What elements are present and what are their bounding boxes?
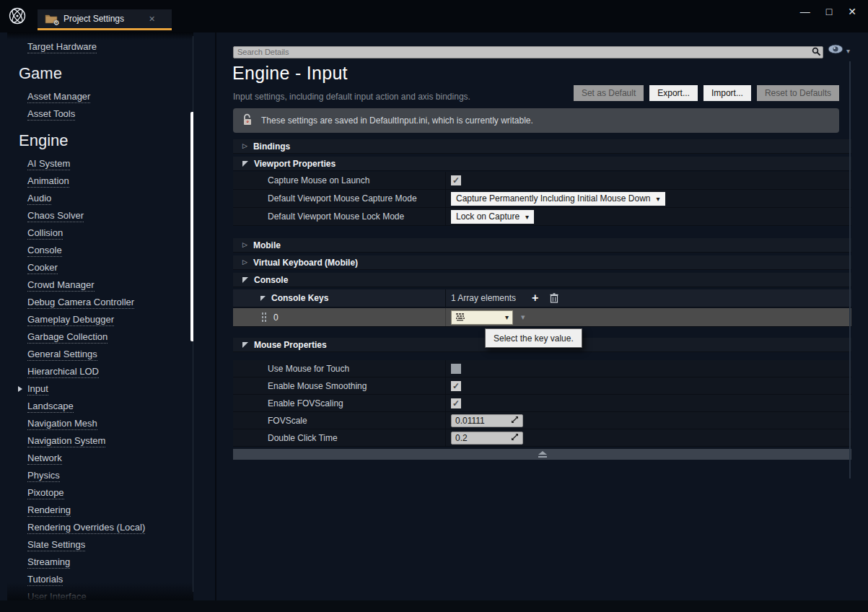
sidebar-item[interactable]: Rendering Overrides (Local) — [7, 519, 193, 536]
section-virtual-keyboard[interactable]: ▷ Virtual Keyboard (Mobile) — [233, 255, 851, 270]
sidebar-item-label: Cooker — [27, 262, 58, 274]
title-bar: ⚙ Project Settings ✕ — □ ✕ — [0, 0, 868, 32]
sidebar-item[interactable]: Debug Camera Controller — [7, 294, 193, 311]
search-input[interactable] — [233, 46, 823, 58]
tab-project-settings[interactable]: ⚙ Project Settings ✕ — [38, 9, 172, 30]
minimize-button[interactable]: — — [800, 4, 810, 19]
mouse-capture-mode-dropdown[interactable]: Capture Permanently Including Initial Mo… — [451, 192, 665, 206]
unlock-icon — [242, 113, 253, 128]
sidebar-item-label: Console — [27, 245, 62, 257]
sidebar-item[interactable]: Slate Settings — [7, 536, 193, 554]
property-label: Default Viewport Mouse Capture Mode — [268, 193, 417, 204]
sidebar-item[interactable]: Animation — [7, 172, 193, 190]
sidebar-item-label: Network — [27, 453, 62, 465]
chevron-down-icon: ▾ — [656, 195, 659, 203]
sidebar-section-engine: Engine — [7, 131, 193, 150]
sidebar-scrollbar-thumb[interactable] — [190, 112, 193, 341]
key-select-combobox[interactable]: ▾ — [451, 310, 513, 325]
sidebar-item[interactable]: Gameplay Debugger — [7, 311, 193, 328]
sidebar-item[interactable]: Asset Manager — [7, 88, 193, 105]
enable-mouse-smoothing-checkbox[interactable] — [451, 381, 461, 391]
close-button[interactable]: ✕ — [848, 4, 856, 19]
maximize-button[interactable]: □ — [826, 4, 832, 19]
drag-handle[interactable] — [261, 312, 267, 323]
number-value: 0.01111 — [455, 416, 485, 426]
sidebar-item-label: Gameplay Debugger — [27, 314, 114, 326]
chevron-down-icon: ▾ — [846, 47, 850, 55]
sidebar-item[interactable]: Rendering — [7, 502, 193, 519]
property-label: Double Click Time — [268, 433, 338, 443]
sidebar-item[interactable]: Streaming — [7, 554, 193, 571]
chevron-down-icon: ▾ — [525, 213, 529, 221]
sidebar-item[interactable]: Hierarchical LOD — [7, 363, 193, 380]
sidebar-item[interactable]: Audio — [7, 190, 193, 207]
sidebar-item-label: AI System — [27, 158, 70, 170]
import-button[interactable]: Import... — [703, 85, 751, 101]
eject-icon — [538, 451, 547, 458]
project-settings-window: ⚙ Project Settings ✕ — □ ✕ Target Hardwa… — [0, 0, 868, 612]
use-mouse-for-touch-checkbox[interactable] — [451, 364, 461, 374]
sidebar-item[interactable]: Garbage Collection — [7, 328, 193, 346]
tab-label: Project Settings — [63, 14, 124, 24]
sidebar-item[interactable]: Console — [7, 242, 193, 259]
set-as-default-button[interactable]: Set as Default — [574, 85, 644, 101]
sidebar-item[interactable]: Pixotope — [7, 484, 193, 502]
section-viewport-properties[interactable]: Viewport Properties — [233, 157, 851, 171]
delete-elements-button[interactable] — [550, 293, 558, 303]
console-keys-row[interactable]: Console Keys 1 Array elements + — [233, 289, 851, 307]
sidebar-item[interactable]: AI System — [7, 155, 193, 172]
sidebar-item-label: Garbage Collection — [27, 331, 108, 344]
sidebar-item-label: Debug Camera Controller — [27, 297, 134, 309]
sidebar-item-label: Navigation System — [27, 435, 105, 447]
sidebar-item[interactable]: Chaos Solver — [7, 207, 193, 224]
key-options-dropdown[interactable]: ▾ — [521, 312, 525, 322]
fovscale-input[interactable]: 0.01111 — [451, 414, 523, 427]
sidebar-item[interactable]: Target Hardware — [7, 38, 193, 56]
reset-to-defaults-button[interactable]: Reset to Defaults — [757, 85, 839, 101]
collapse-details-strip[interactable] — [233, 449, 851, 460]
capture-mouse-on-launch-checkbox[interactable] — [451, 175, 461, 185]
notice-text: These settings are saved in DefaultInput… — [261, 115, 533, 126]
triangle-collapsed-icon: ▷ — [242, 242, 247, 248]
section-bindings[interactable]: ▷ Bindings — [233, 139, 851, 154]
sidebar-item[interactable]: Navigation System — [7, 432, 193, 450]
sidebar-item[interactable]: General Settings — [7, 346, 193, 363]
sidebar-item[interactable]: Network — [7, 450, 193, 467]
add-element-button[interactable]: + — [532, 292, 538, 304]
export-button[interactable]: Export... — [649, 85, 698, 101]
sidebar-item-label: Pixotope — [27, 487, 64, 499]
triangle-collapsed-icon: ▷ — [242, 143, 247, 149]
mouse-lock-mode-dropdown[interactable]: Lock on Capture ▾ — [451, 210, 534, 224]
property-row: Enable Mouse Smoothing — [233, 377, 851, 395]
project-settings-folder-icon: ⚙ — [45, 14, 58, 24]
writable-notice: These settings are saved in DefaultInput… — [233, 108, 839, 133]
double-click-time-input[interactable]: 0.2 — [451, 432, 523, 445]
sidebar-item[interactable]: Input — [7, 380, 193, 398]
sidebar-item[interactable]: Landscape — [7, 398, 193, 415]
sidebar-item[interactable]: Physics — [7, 467, 193, 484]
property-row: Default Viewport Mouse Lock Mode Lock on… — [233, 208, 851, 226]
triangle-expanded-icon — [242, 161, 248, 167]
sidebar-item[interactable]: User Interface — [7, 588, 193, 600]
keyboard-icon — [455, 311, 465, 324]
sidebar-item-label: Streaming — [27, 556, 70, 569]
section-console[interactable]: Console — [233, 273, 851, 287]
tab-close-icon[interactable]: ✕ — [149, 14, 155, 24]
console-key-array-row-0[interactable]: 0 ▾ — [233, 308, 851, 327]
sidebar-item-label: Animation — [27, 175, 69, 188]
sidebar-item[interactable]: Asset Tools — [7, 105, 193, 123]
section-mobile[interactable]: ▷ Mobile — [233, 238, 851, 253]
sidebar-item[interactable]: Cooker — [7, 259, 193, 276]
sidebar-item[interactable]: Navigation Mesh — [7, 415, 193, 432]
viewport-properties-rows: Capture Mouse on Launch Default Viewport… — [233, 172, 851, 226]
section-label: Viewport Properties — [254, 159, 336, 169]
sidebar-item[interactable]: Crowd Manager — [7, 276, 193, 294]
enable-fovscaling-checkbox[interactable] — [451, 398, 461, 408]
dropdown-value: Lock on Capture — [456, 211, 520, 222]
sidebar-item[interactable]: Collision — [7, 224, 193, 242]
property-row: Enable FOVScaling — [233, 395, 851, 412]
sidebar-item[interactable]: Tutorials — [7, 571, 193, 588]
details-scrollbar[interactable] — [849, 61, 851, 478]
settings-sidebar: Target Hardware Game Asset Manager Asset… — [7, 32, 193, 600]
view-options-button[interactable]: ▾ — [828, 44, 850, 57]
